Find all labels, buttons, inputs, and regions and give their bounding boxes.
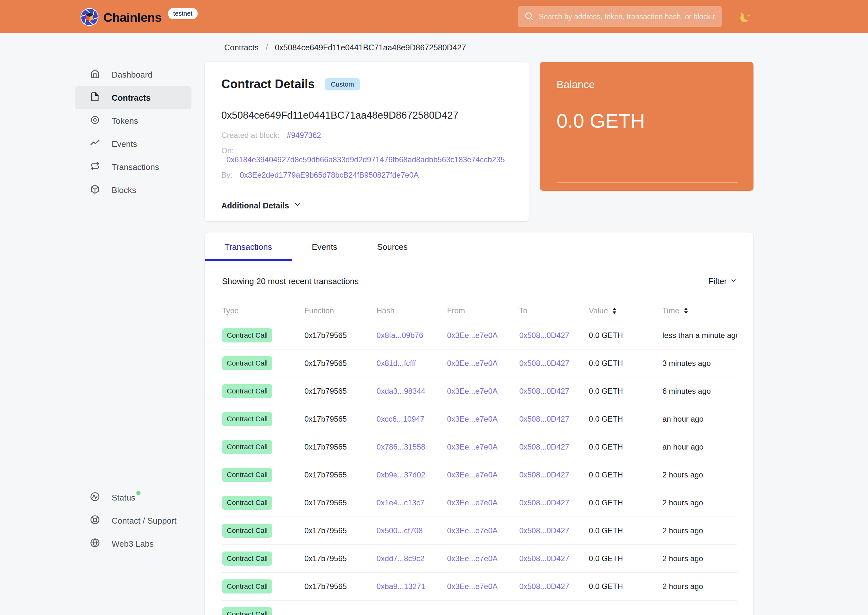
balance-divider <box>557 182 738 183</box>
tx-time: 2 hours ago <box>662 526 737 535</box>
tx-to-link[interactable]: 0x508...0D427 <box>519 359 569 367</box>
trending-icon <box>90 138 112 150</box>
sidebar-item-dashboard[interactable]: Dashboard <box>75 63 191 86</box>
tx-hash-link[interactable]: 0xdd7...8c9c2 <box>377 554 424 563</box>
tx-to-link[interactable]: 0x508...0D427 <box>519 554 569 563</box>
tx-function: 0x17b79565 <box>304 442 377 451</box>
page: Chainlens testnet Contracts / 0x5084ce64… <box>0 0 868 615</box>
chevron-down-icon <box>289 201 301 210</box>
search-input[interactable] <box>539 12 715 21</box>
sidebar-item-contracts[interactable]: Contracts <box>75 86 191 109</box>
tx-to-link[interactable]: 0x508...0D427 <box>519 387 569 395</box>
column-header-from: From <box>447 306 519 315</box>
tx-from-link[interactable]: 0x3Ee...e7e0A <box>447 387 497 395</box>
tx-value: 0.0 GETH <box>589 470 662 479</box>
tx-time: less than a minute ago <box>662 331 737 340</box>
tx-from-link[interactable]: 0x3Ee...e7e0A <box>447 359 497 367</box>
tab-sources[interactable]: Sources <box>357 233 427 261</box>
tx-type-badge: Contract Call <box>222 384 272 398</box>
breadcrumb-contracts-link[interactable]: Contracts <box>224 43 258 52</box>
sort-time-icon[interactable] <box>683 307 689 315</box>
sort-value-icon[interactable] <box>612 307 617 315</box>
tx-from-link[interactable]: 0x3Ee...e7e0A <box>447 582 497 591</box>
column-header-time: Time <box>662 306 737 315</box>
tx-to-link[interactable]: 0x508...0D427 <box>519 470 569 479</box>
breadcrumb-current-address: 0x5084ce649Fd11e0441BC71aa48e9D8672580D4… <box>275 43 466 52</box>
column-header-to: To <box>519 306 589 315</box>
tx-value: 0.0 GETH <box>589 442 662 451</box>
tx-to-link[interactable]: 0x508...0D427 <box>519 415 569 423</box>
transactions-table-body: Contract Call 0x17b79565 0x8fa...09b76 0… <box>222 322 737 615</box>
tx-function: 0x17b79565 <box>304 331 377 340</box>
tx-hash-link[interactable]: 0xba9...13271 <box>377 582 425 591</box>
creator-address-link[interactable]: 0x3Ee2ded1779aE9b65d78bcB24fB950827fde7e… <box>239 170 419 179</box>
tx-to-link[interactable]: 0x508...0D427 <box>519 498 569 507</box>
sidebar-footer: Status Contact / Support Web3 Labs <box>75 486 191 556</box>
table-row: Contract Call <box>222 601 737 615</box>
tx-type-badge: Contract Call <box>222 607 272 615</box>
tx-from-link[interactable]: 0x3Ee...e7e0A <box>447 470 497 479</box>
tx-to-link[interactable]: 0x508...0D427 <box>519 526 569 535</box>
tx-to-link[interactable]: 0x508...0D427 <box>519 442 569 451</box>
tx-from-link[interactable]: 0x3Ee...e7e0A <box>447 498 497 507</box>
sidebar-item-web3-labs[interactable]: Web3 Labs <box>75 532 191 556</box>
tx-hash-link[interactable]: 0xb9e...37d02 <box>377 470 425 479</box>
tx-value: 0.0 GETH <box>589 415 662 424</box>
tx-from-link[interactable]: 0x3Ee...e7e0A <box>447 526 497 535</box>
contract-details-card: Contract Details Custom 0x5084ce649Fd11e… <box>205 62 529 221</box>
sidebar-item-tokens[interactable]: Tokens <box>75 109 191 133</box>
additional-details-label: Additional Details <box>221 201 289 210</box>
sidebar-item-label: Dashboard <box>112 70 152 80</box>
filter-button[interactable]: Filter <box>708 276 737 286</box>
tab-events[interactable]: Events <box>292 233 357 261</box>
tx-from-link[interactable]: 0x3Ee...e7e0A <box>447 331 497 340</box>
tx-hash-link[interactable]: 0x8fa...09b76 <box>377 331 423 340</box>
sidebar-item-label: Transactions <box>112 162 159 172</box>
tx-hash-link[interactable]: 0x81d...fcfff <box>377 359 416 367</box>
tx-time: 3 minutes ago <box>662 359 737 368</box>
sidebar-item-label: Web3 Labs <box>112 539 154 549</box>
created-block-link[interactable]: #9497362 <box>287 131 321 139</box>
sidebar-item-label: Status <box>112 493 141 503</box>
tx-time: an hour ago <box>662 442 737 451</box>
table-header-row: Type Function Hash From To Value Time <box>222 300 737 322</box>
tx-from-link[interactable]: 0x3Ee...e7e0A <box>447 442 497 451</box>
theme-toggle-moon-icon[interactable] <box>738 10 752 24</box>
additional-details-toggle[interactable]: Additional Details <box>221 201 512 210</box>
creation-tx-hash-link[interactable]: 0x6184e39404927d8c59db66a833d9d2d971476f… <box>227 155 505 164</box>
created-at-block-label: Created at block: <box>221 131 279 139</box>
tx-value: 0.0 GETH <box>589 359 662 368</box>
tx-to-link[interactable]: 0x508...0D427 <box>519 331 569 340</box>
table-row: Contract Call 0x17b79565 0xb9e...37d02 0… <box>222 461 737 489</box>
tab-label: Sources <box>377 242 407 252</box>
tx-type-badge: Contract Call <box>222 524 272 538</box>
tx-hash-link[interactable]: 0x1e4...c13c7 <box>377 498 424 507</box>
sidebar-item-label: Contact / Support <box>112 516 177 526</box>
life-buoy-icon <box>90 515 112 527</box>
tx-hash-link[interactable]: 0xcc6...10947 <box>377 415 424 423</box>
column-header-function: Function <box>304 306 377 315</box>
tab-transactions[interactable]: Transactions <box>205 233 292 261</box>
chainlens-logo-icon <box>80 8 99 28</box>
sidebar-item-transactions[interactable]: Transactions <box>75 156 191 179</box>
tx-type-badge: Contract Call <box>222 412 272 426</box>
tx-hash-link[interactable]: 0xda3...98344 <box>377 387 425 395</box>
sidebar-item-label: Blocks <box>112 185 136 195</box>
tx-time: 2 hours ago <box>662 582 737 591</box>
sidebar-item-contact-support[interactable]: Contact / Support <box>75 509 191 532</box>
chevron-down-icon <box>727 276 737 286</box>
tx-hash-link[interactable]: 0x500...cf708 <box>377 526 423 535</box>
tx-to-link[interactable]: 0x508...0D427 <box>519 582 569 591</box>
table-row: Contract Call 0x17b79565 0xdd7...8c9c2 0… <box>222 545 737 573</box>
tx-from-link[interactable]: 0x3Ee...e7e0A <box>447 415 497 423</box>
tx-hash-link[interactable]: 0x786...31558 <box>377 442 425 451</box>
sidebar-item-status[interactable]: Status <box>75 486 191 509</box>
tx-time: 2 hours ago <box>662 498 737 507</box>
sidebar-item-events[interactable]: Events <box>75 133 191 156</box>
tx-function: 0x17b79565 <box>304 582 377 591</box>
created-by-line: By: 0x3Ee2ded1779aE9b65d78bcB24fB950827f… <box>221 170 512 180</box>
balance-title: Balance <box>557 78 737 91</box>
tx-from-link[interactable]: 0x3Ee...e7e0A <box>447 554 497 563</box>
sidebar-item-blocks[interactable]: Blocks <box>75 179 191 202</box>
brand[interactable]: Chainlens testnet <box>80 8 198 28</box>
